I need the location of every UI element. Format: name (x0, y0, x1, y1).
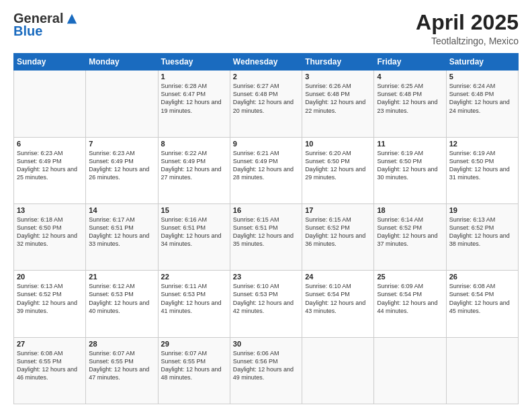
day-info: Sunrise: 6:08 AM Sunset: 6:55 PM Dayligh… (17, 349, 83, 382)
day-info: Sunrise: 6:12 AM Sunset: 6:53 PM Dayligh… (89, 282, 154, 315)
day-cell: 1Sunrise: 6:28 AM Sunset: 6:47 PM Daylig… (158, 71, 230, 137)
day-info: Sunrise: 6:16 AM Sunset: 6:51 PM Dayligh… (161, 216, 227, 248)
day-header-saturday: Saturday (446, 54, 518, 71)
day-cell: 27Sunrise: 6:08 AM Sunset: 6:55 PM Dayli… (14, 337, 86, 404)
week-row-5: 27Sunrise: 6:08 AM Sunset: 6:55 PM Dayli… (14, 337, 519, 404)
day-info: Sunrise: 6:26 AM Sunset: 6:48 PM Dayligh… (305, 82, 371, 115)
day-number: 12 (449, 140, 515, 148)
day-number: 9 (233, 140, 299, 148)
day-info: Sunrise: 6:19 AM Sunset: 6:50 PM Dayligh… (377, 149, 443, 182)
day-info: Sunrise: 6:08 AM Sunset: 6:54 PM Dayligh… (449, 282, 515, 315)
day-info: Sunrise: 6:23 AM Sunset: 6:49 PM Dayligh… (17, 149, 83, 182)
day-info: Sunrise: 6:27 AM Sunset: 6:48 PM Dayligh… (233, 82, 299, 115)
day-cell (302, 337, 374, 404)
day-cell: 18Sunrise: 6:14 AM Sunset: 6:52 PM Dayli… (374, 203, 446, 270)
week-row-2: 6Sunrise: 6:23 AM Sunset: 6:49 PM Daylig… (14, 137, 519, 203)
day-info: Sunrise: 6:19 AM Sunset: 6:50 PM Dayligh… (449, 149, 515, 182)
day-cell: 20Sunrise: 6:13 AM Sunset: 6:52 PM Dayli… (14, 271, 86, 337)
day-number: 28 (89, 340, 154, 348)
day-cell: 8Sunrise: 6:22 AM Sunset: 6:49 PM Daylig… (158, 137, 230, 203)
day-info: Sunrise: 6:17 AM Sunset: 6:51 PM Dayligh… (89, 216, 154, 248)
location: Teotlaltzingo, Mexico (416, 36, 519, 46)
day-info: Sunrise: 6:22 AM Sunset: 6:49 PM Dayligh… (161, 149, 227, 182)
day-info: Sunrise: 6:13 AM Sunset: 6:52 PM Dayligh… (17, 282, 83, 315)
day-info: Sunrise: 6:07 AM Sunset: 6:55 PM Dayligh… (89, 349, 154, 382)
day-info: Sunrise: 6:09 AM Sunset: 6:54 PM Dayligh… (377, 282, 443, 315)
day-number: 16 (233, 206, 299, 214)
day-cell: 28Sunrise: 6:07 AM Sunset: 6:55 PM Dayli… (86, 337, 158, 404)
calendar-table: SundayMondayTuesdayWednesdayThursdayFrid… (13, 53, 519, 404)
header: General Blue April 2025 Teotlaltzingo, M… (13, 11, 519, 46)
day-number: 8 (161, 140, 227, 148)
day-cell: 3Sunrise: 6:26 AM Sunset: 6:48 PM Daylig… (302, 71, 374, 137)
day-number: 10 (305, 140, 371, 148)
day-number: 25 (377, 273, 443, 281)
day-cell: 7Sunrise: 6:23 AM Sunset: 6:49 PM Daylig… (86, 137, 158, 203)
day-cell: 19Sunrise: 6:13 AM Sunset: 6:52 PM Dayli… (446, 203, 518, 270)
day-number: 18 (377, 206, 443, 214)
day-number: 20 (17, 273, 83, 281)
week-row-4: 20Sunrise: 6:13 AM Sunset: 6:52 PM Dayli… (14, 271, 519, 337)
day-cell: 6Sunrise: 6:23 AM Sunset: 6:49 PM Daylig… (14, 137, 86, 203)
day-number: 26 (449, 273, 515, 281)
logo-icon (66, 13, 78, 25)
day-number: 15 (161, 206, 227, 214)
day-info: Sunrise: 6:24 AM Sunset: 6:48 PM Dayligh… (449, 82, 515, 115)
day-number: 27 (17, 340, 83, 348)
page: General Blue April 2025 Teotlaltzingo, M… (0, 0, 532, 411)
day-number: 19 (449, 206, 515, 214)
day-cell (86, 71, 158, 137)
day-cell: 29Sunrise: 6:07 AM Sunset: 6:55 PM Dayli… (158, 337, 230, 404)
day-cell: 5Sunrise: 6:24 AM Sunset: 6:48 PM Daylig… (446, 71, 518, 137)
day-info: Sunrise: 6:28 AM Sunset: 6:47 PM Dayligh… (161, 82, 227, 115)
day-cell: 22Sunrise: 6:11 AM Sunset: 6:53 PM Dayli… (158, 271, 230, 337)
day-cell: 14Sunrise: 6:17 AM Sunset: 6:51 PM Dayli… (86, 203, 158, 270)
day-number: 30 (233, 340, 299, 348)
day-number: 7 (89, 140, 154, 148)
day-info: Sunrise: 6:10 AM Sunset: 6:53 PM Dayligh… (233, 282, 299, 315)
day-number: 2 (233, 73, 299, 81)
month-title: April 2025 (416, 11, 519, 34)
day-info: Sunrise: 6:06 AM Sunset: 6:56 PM Dayligh… (233, 349, 299, 382)
day-cell: 17Sunrise: 6:15 AM Sunset: 6:52 PM Dayli… (302, 203, 374, 270)
day-cell (14, 71, 86, 137)
day-number: 1 (161, 73, 227, 81)
day-info: Sunrise: 6:25 AM Sunset: 6:48 PM Dayligh… (377, 82, 443, 115)
day-number: 14 (89, 206, 154, 214)
day-header-monday: Monday (86, 54, 158, 71)
day-cell: 9Sunrise: 6:21 AM Sunset: 6:49 PM Daylig… (230, 137, 302, 203)
day-cell: 23Sunrise: 6:10 AM Sunset: 6:53 PM Dayli… (230, 271, 302, 337)
day-cell: 25Sunrise: 6:09 AM Sunset: 6:54 PM Dayli… (374, 271, 446, 337)
day-info: Sunrise: 6:20 AM Sunset: 6:50 PM Dayligh… (305, 149, 371, 182)
day-cell: 21Sunrise: 6:12 AM Sunset: 6:53 PM Dayli… (86, 271, 158, 337)
day-header-thursday: Thursday (302, 54, 374, 71)
week-row-3: 13Sunrise: 6:18 AM Sunset: 6:50 PM Dayli… (14, 203, 519, 270)
day-info: Sunrise: 6:07 AM Sunset: 6:55 PM Dayligh… (161, 349, 227, 382)
day-cell: 12Sunrise: 6:19 AM Sunset: 6:50 PM Dayli… (446, 137, 518, 203)
day-info: Sunrise: 6:11 AM Sunset: 6:53 PM Dayligh… (161, 282, 227, 315)
day-header-friday: Friday (374, 54, 446, 71)
header-row: SundayMondayTuesdayWednesdayThursdayFrid… (14, 54, 519, 71)
logo: General Blue (13, 11, 78, 39)
day-info: Sunrise: 6:23 AM Sunset: 6:49 PM Dayligh… (89, 149, 154, 182)
day-number: 22 (161, 273, 227, 281)
day-number: 4 (377, 73, 443, 81)
day-number: 13 (17, 206, 83, 214)
day-info: Sunrise: 6:18 AM Sunset: 6:50 PM Dayligh… (17, 216, 83, 248)
day-header-wednesday: Wednesday (230, 54, 302, 71)
day-number: 5 (449, 73, 515, 81)
day-cell: 2Sunrise: 6:27 AM Sunset: 6:48 PM Daylig… (230, 71, 302, 137)
day-number: 6 (17, 140, 83, 148)
day-cell (446, 337, 518, 404)
day-number: 21 (89, 273, 154, 281)
day-header-tuesday: Tuesday (158, 54, 230, 71)
day-cell: 26Sunrise: 6:08 AM Sunset: 6:54 PM Dayli… (446, 271, 518, 337)
day-cell: 24Sunrise: 6:10 AM Sunset: 6:54 PM Dayli… (302, 271, 374, 337)
logo-blue-text: Blue (13, 24, 42, 39)
day-cell (374, 337, 446, 404)
day-cell: 10Sunrise: 6:20 AM Sunset: 6:50 PM Dayli… (302, 137, 374, 203)
svg-marker-0 (67, 13, 77, 23)
day-number: 11 (377, 140, 443, 148)
day-info: Sunrise: 6:15 AM Sunset: 6:51 PM Dayligh… (233, 216, 299, 248)
day-header-sunday: Sunday (14, 54, 86, 71)
